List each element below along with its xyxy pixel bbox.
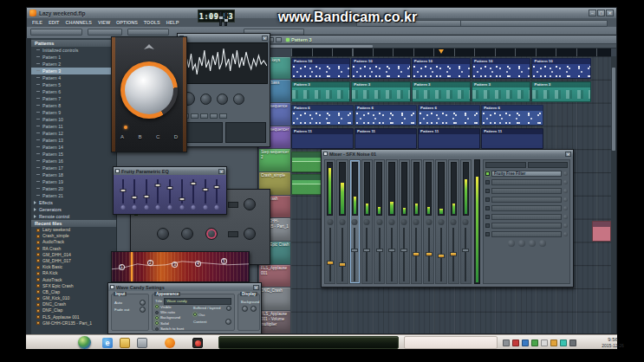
control-knob[interactable] [140, 307, 146, 313]
control-knob[interactable] [140, 300, 146, 306]
fx-slot[interactable] [485, 204, 568, 212]
mixer-channel-strip[interactable] [448, 159, 459, 284]
media-player-icon[interactable] [137, 338, 147, 348]
fx-mix-knob[interactable] [563, 223, 568, 228]
fx-mix-knob[interactable] [563, 206, 568, 210]
fader-handle[interactable] [339, 262, 346, 267]
pan-knob[interactable] [376, 219, 382, 225]
master-pitch-slider[interactable] [224, 11, 227, 26]
mixer-close-icon[interactable]: ✕ [565, 152, 571, 157]
menu-item[interactable]: CHANNELS [65, 20, 92, 25]
fx-slot-name[interactable] [491, 223, 562, 229]
eq-band-marker[interactable]: 5 [221, 258, 227, 264]
fader-handle[interactable] [450, 252, 457, 256]
pattern-clip[interactable]: Pattern 11 [481, 128, 543, 149]
mixer-channel-strip[interactable] [361, 159, 373, 284]
pattern-clip[interactable]: Pattern 6 [481, 105, 543, 126]
radio-icon[interactable] [155, 305, 159, 308]
fx-enable-led-icon[interactable] [485, 215, 490, 219]
pattern-clip[interactable]: Pattern 10 [291, 58, 350, 79]
wave-candy-close-icon[interactable]: ✕ [253, 285, 259, 290]
buffered-knob[interactable] [226, 306, 231, 311]
pattern-list-item[interactable]: Pattern 13 [31, 137, 116, 144]
cutoff-knob[interactable] [244, 198, 256, 210]
pattern-clip[interactable]: Pattern 3 [472, 81, 530, 102]
recent-files-header[interactable]: Recent files [31, 220, 116, 227]
fx-slot-name[interactable] [491, 179, 562, 185]
fx-slot[interactable] [485, 222, 568, 229]
pattern-list-item[interactable]: Pattern 2 [31, 61, 116, 68]
fx-mix-knob[interactable] [563, 171, 568, 176]
stop-button[interactable] [200, 113, 208, 119]
eq-band-knob[interactable] [179, 205, 184, 210]
track-header[interactable]: FLS_Applause 001 [259, 265, 290, 288]
eq-slider-handle[interactable] [202, 188, 208, 191]
tray-icon[interactable] [503, 339, 510, 346]
file-list-item[interactable]: GM_DHH_017 [31, 258, 116, 264]
taskbar-clock[interactable]: 9:56 2015-12-26 [588, 336, 638, 349]
master-volume-slider[interactable] [219, 11, 222, 26]
pattern-list-item[interactable]: Pattern 19 [31, 178, 116, 185]
file-list-item[interactable]: CB_Clap [31, 289, 116, 295]
fx-mix-knob[interactable] [563, 215, 568, 219]
file-list-item[interactable]: Kick Basic [31, 264, 116, 270]
play-button[interactable] [191, 113, 198, 119]
pan-knob[interactable] [426, 219, 432, 225]
fx-slot-name[interactable] [491, 231, 562, 237]
pattern-clip[interactable] [592, 221, 611, 242]
pan-knob[interactable] [413, 219, 420, 225]
pan-knob[interactable] [388, 219, 394, 225]
eq-titlebar[interactable]: Fruity Parametric EQ ✕ [114, 167, 226, 175]
eq-slider-handle[interactable] [191, 182, 197, 185]
volume-fader[interactable] [364, 228, 370, 281]
eq-band-knob[interactable] [120, 205, 125, 210]
osc-radio-icon[interactable] [193, 313, 197, 316]
mixer-channel-strip[interactable] [399, 159, 410, 284]
file-list-item[interactable]: DNC_Crash [31, 301, 116, 307]
volume-fader[interactable] [426, 228, 432, 281]
pattern-list-item[interactable]: Pattern 8 [31, 102, 116, 109]
volume-fader[interactable] [352, 228, 358, 281]
track-header[interactable]: FLS_Applause 001 - Volume multiplier [259, 311, 290, 333]
fader-handle[interactable] [327, 261, 334, 265]
appearance-option[interactable]: Switch to front [155, 326, 193, 332]
tray-icon[interactable] [541, 339, 548, 346]
preset-button[interactable]: D [174, 134, 178, 139]
file-list-item[interactable]: GM_Kick_010 [31, 295, 116, 301]
file-list-item[interactable]: Lazy weekend [31, 227, 116, 233]
fx-enable-led-icon[interactable] [485, 180, 490, 184]
pattern-clip[interactable]: Pattern 6 [418, 105, 480, 126]
mixer-channel-strip[interactable] [374, 159, 385, 284]
fader-handle[interactable] [363, 249, 370, 252]
pattern-clip[interactable]: Pattern 11 [355, 128, 417, 149]
fader-handle[interactable] [400, 249, 407, 252]
fx-slot[interactable] [485, 196, 568, 204]
pattern-clip[interactable]: Pattern 11 [418, 128, 480, 149]
fader-handle[interactable] [376, 249, 383, 252]
fx-preset-box[interactable] [485, 162, 526, 168]
send-knob[interactable] [529, 240, 536, 247]
display-knob[interactable] [250, 306, 257, 312]
pattern-list-item[interactable]: Pattern 16 [31, 158, 116, 165]
mixer-channel-strip[interactable] [324, 159, 335, 284]
preset-button[interactable]: A [120, 134, 124, 139]
mode-button[interactable] [228, 202, 238, 208]
transport-buttons[interactable] [30, 29, 82, 36]
paint-tool-button[interactable] [276, 37, 282, 42]
pattern-list-item[interactable]: Pattern 20 [31, 185, 116, 192]
fx-slot[interactable] [485, 178, 568, 186]
volume-fader[interactable] [413, 228, 420, 281]
track-header[interactable]: Step sequencer 2 [259, 149, 290, 171]
fx-slot-name[interactable]: Fruity Free Filter [491, 171, 562, 177]
pattern-clip[interactable]: Pattern 3 [351, 81, 410, 102]
file-explorer-icon[interactable] [120, 338, 130, 348]
maximize-button[interactable]: ▢ [597, 10, 605, 16]
fader-handle[interactable] [351, 249, 358, 252]
drive-knob[interactable] [244, 228, 256, 240]
pan-knob[interactable] [327, 219, 333, 225]
fx-slot-name[interactable] [491, 205, 562, 211]
fx-mix-knob[interactable] [563, 189, 568, 193]
radio-icon[interactable] [155, 311, 159, 314]
release-knob[interactable] [233, 94, 244, 105]
pattern-list-item[interactable]: Initialized controls [31, 47, 116, 54]
